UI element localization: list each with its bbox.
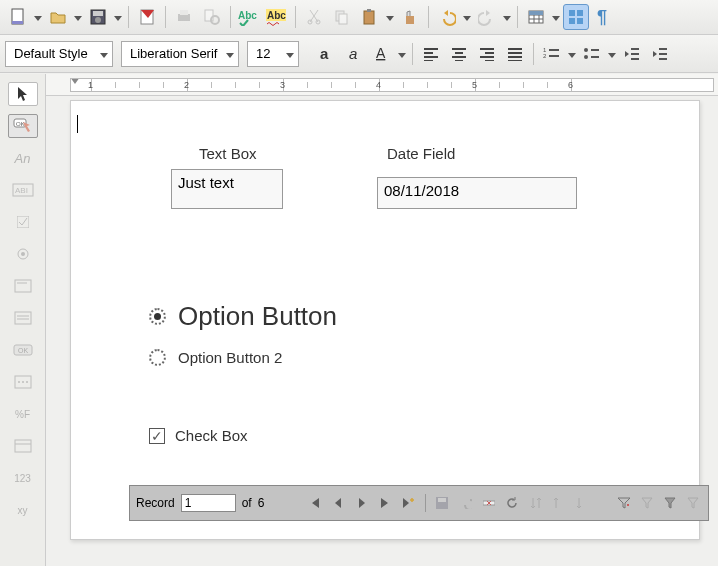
separator [295,6,296,28]
open-dropdown[interactable] [73,4,83,30]
select-tool[interactable] [8,82,38,106]
more-controls[interactable] [8,370,38,394]
show-grid-button[interactable] [563,4,589,30]
document-page[interactable]: Text Box Just text Date Field 08/11/2018… [70,100,700,540]
undo-record-button[interactable] [457,494,474,512]
list-numbered-button[interactable]: 12 [539,41,565,67]
font-combo[interactable] [121,41,239,67]
style-combo[interactable] [5,41,113,67]
option-button-1[interactable]: Option Button [149,301,337,332]
prev-record-button[interactable] [330,494,347,512]
save-dropdown[interactable] [113,4,123,30]
bullet-dropdown[interactable] [607,41,617,67]
new-record-button[interactable] [400,494,417,512]
autospellcheck-button[interactable]: Abc [264,4,290,30]
horizontal-ruler[interactable]: 123456 [46,74,718,96]
date-field-control[interactable] [8,434,38,458]
separator [128,6,129,28]
clone-format-button[interactable] [397,4,423,30]
indent-increase-button[interactable] [647,41,673,67]
svg-rect-1 [12,21,23,24]
radio-control[interactable] [8,242,38,266]
form-filter-button[interactable] [662,494,679,512]
last-record-button[interactable] [376,494,393,512]
label-control[interactable]: An [8,146,38,170]
table-button[interactable] [523,4,549,30]
remove-filter-button[interactable] [685,494,702,512]
numeric-field-control[interactable]: 123 [8,466,38,490]
print-button[interactable] [171,4,197,30]
svg-point-70 [21,252,25,256]
spellcheck-button[interactable]: Abc [236,4,262,30]
cut-button[interactable] [301,4,327,30]
svg-rect-71 [15,280,31,292]
check-box-control[interactable]: Check Box [149,427,248,444]
text-box-control[interactable]: ABI [8,178,38,202]
undo-dropdown[interactable] [462,4,472,30]
paste-button[interactable] [357,4,383,30]
list-bullet-button[interactable] [579,41,605,67]
record-number-input[interactable] [181,494,236,512]
push-button-control[interactable]: OK [8,338,38,362]
new-doc-dropdown[interactable] [33,4,43,30]
table-dropdown[interactable] [551,4,561,30]
refresh-button[interactable] [504,494,521,512]
indent-decrease-button[interactable] [619,41,645,67]
svg-rect-18 [367,9,371,12]
svg-point-55 [584,55,588,59]
size-combo[interactable] [247,41,299,67]
style-input[interactable] [12,45,100,62]
listbox-control[interactable] [8,306,38,330]
autofilter-button[interactable] [615,494,632,512]
design-mode-toggle[interactable]: OK [8,114,38,138]
redo-button[interactable] [474,4,500,30]
ruler-scale: 123456 [70,78,714,92]
align-justify-button[interactable] [502,41,528,67]
groupbox-control[interactable] [8,274,38,298]
separator [425,494,426,512]
of-label: of [242,496,252,510]
undo-button[interactable] [434,4,460,30]
size-input[interactable] [254,45,286,62]
export-pdf-button[interactable] [134,4,160,30]
sort-desc-button[interactable] [574,494,591,512]
align-center-button[interactable] [446,41,472,67]
radio-icon [149,308,166,325]
save-button[interactable] [85,4,111,30]
font-input[interactable] [128,45,226,62]
svg-text:a: a [349,45,357,62]
separator [533,43,534,65]
text-box-label: Text Box [199,145,257,162]
paste-dropdown[interactable] [385,4,395,30]
sort-asc-button[interactable] [550,494,567,512]
new-doc-button[interactable] [5,4,31,30]
date-field-value: 08/11/2018 [384,182,459,199]
align-right-button[interactable] [474,41,500,67]
chevron-down-icon [286,47,294,61]
svg-rect-17 [364,11,374,24]
numbered-dropdown[interactable] [567,41,577,67]
apply-filter-button[interactable] [638,494,655,512]
underline-dropdown[interactable] [397,41,407,67]
formatting-marks-button[interactable]: ¶ [591,4,617,30]
form-design-control[interactable]: xy [8,498,38,522]
option-button-2[interactable]: Option Button 2 [149,349,282,366]
print-preview-button[interactable] [199,4,225,30]
bold-button[interactable]: a [313,41,339,67]
next-record-button[interactable] [353,494,370,512]
sort-button[interactable] [527,494,544,512]
formatted-field-control[interactable]: %F [8,402,38,426]
date-field[interactable]: 08/11/2018 [377,177,577,209]
copy-button[interactable] [329,4,355,30]
italic-button[interactable]: a [341,41,367,67]
redo-dropdown[interactable] [502,4,512,30]
align-left-button[interactable] [418,41,444,67]
open-button[interactable] [45,4,71,30]
underline-button[interactable]: A [369,41,395,67]
checkbox-control[interactable] [8,210,38,234]
delete-record-button[interactable] [480,494,497,512]
first-record-button[interactable] [306,494,323,512]
save-record-button[interactable] [434,494,451,512]
svg-point-4 [95,17,101,23]
text-box-field[interactable]: Just text [171,169,283,209]
